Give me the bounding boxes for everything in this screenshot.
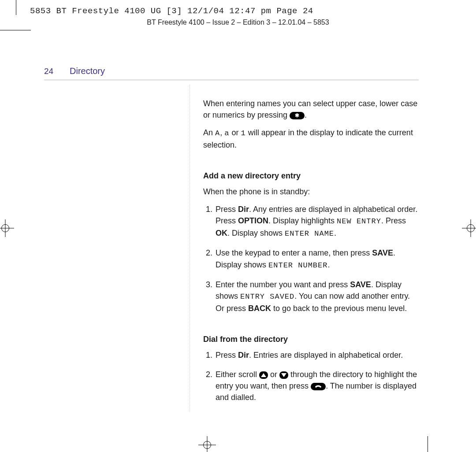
text: .	[305, 111, 307, 119]
lcd-text: ENTRY SAVED	[240, 293, 294, 301]
dial-steps: Press Dir. Entries are displayed in alph…	[203, 349, 419, 403]
text: Use the keypad to enter a name, then pre…	[216, 248, 372, 257]
up-key-icon	[259, 371, 268, 379]
two-column-layout: When entering names you can select upper…	[44, 85, 419, 411]
text: . Display highlights	[268, 216, 337, 225]
text: or	[229, 128, 241, 137]
text: or	[268, 370, 279, 379]
list-item: Either scroll or through the directory t…	[215, 369, 419, 403]
heading-dial: Dial from the directory	[203, 333, 419, 345]
list-item: Enter the number you want and press SAVE…	[215, 279, 419, 314]
left-column	[44, 85, 190, 411]
text: ,	[220, 128, 224, 137]
text: . Display shows	[227, 229, 285, 237]
text: Enter the number you want and press	[216, 280, 350, 289]
list-item: Use the keypad to enter a name, then pre…	[215, 247, 419, 271]
svg-marker-1	[281, 373, 286, 377]
page-header: 24 Directory	[44, 66, 419, 80]
key-label: SAVE	[372, 248, 393, 257]
key-label: Dir	[238, 205, 249, 214]
add-entry-steps: Press Dir. Any entries are displayed in …	[203, 204, 419, 314]
down-key-icon	[279, 371, 288, 379]
lcd-text: ENTER NUMBER	[268, 261, 327, 270]
text: . Press	[381, 216, 406, 225]
list-item: Press Dir. Any entries are displayed in …	[215, 204, 419, 239]
page-body: 24 Directory When entering names you can…	[44, 66, 419, 411]
heading-add-entry: Add a new directory entry	[203, 170, 419, 182]
text: Press	[216, 205, 238, 214]
talk-key-icon	[311, 383, 326, 390]
section-title: Directory	[70, 66, 105, 76]
crop-mark	[0, 30, 31, 30]
lcd-text: NEW ENTRY	[337, 217, 381, 226]
text: .	[327, 260, 330, 269]
registration-mark-right	[462, 219, 476, 237]
key-label: SAVE	[350, 280, 371, 289]
lcd-text: A	[215, 129, 220, 137]
list-item: Press Dir. Entries are displayed in alph…	[215, 349, 419, 361]
intro-para-1: When entering names you can select upper…	[203, 98, 419, 121]
running-head: BT Freestyle 4100 – Issue 2 – Edition 3 …	[0, 19, 476, 26]
crop-mark	[428, 436, 428, 452]
registration-mark-left	[0, 219, 14, 237]
key-label: BACK	[248, 304, 271, 313]
registration-mark-bottom	[198, 436, 216, 452]
star-key-icon: ✱	[290, 112, 305, 119]
key-label: OPTION	[238, 216, 268, 225]
key-label: Dir	[238, 351, 249, 359]
crop-mark	[16, 0, 16, 15]
prepress-slug: 5853 BT Freestyle 4100 UG [3] 12/1/04 12…	[30, 6, 313, 16]
text: .	[334, 229, 336, 237]
lcd-text: ENTER NAME	[285, 230, 334, 238]
text: to go back to the previous menu level.	[271, 304, 407, 313]
key-label: OK	[216, 229, 227, 237]
text: Press	[216, 351, 238, 359]
lcd-text: a	[224, 129, 229, 137]
add-entry-lead: When the phone is in standby:	[203, 186, 419, 197]
svg-marker-0	[261, 373, 266, 377]
intro-para-2: An A, a or 1 will appear in the display …	[203, 127, 419, 151]
main-text-column: When entering names you can select upper…	[190, 85, 419, 411]
text: An	[203, 128, 215, 137]
text: Either scroll	[216, 370, 259, 379]
text: When entering names you can select upper…	[203, 99, 417, 119]
lcd-text: 1	[241, 129, 245, 137]
text: . Entries are displayed in alphabetical …	[249, 351, 403, 359]
page-number: 24	[44, 67, 57, 76]
